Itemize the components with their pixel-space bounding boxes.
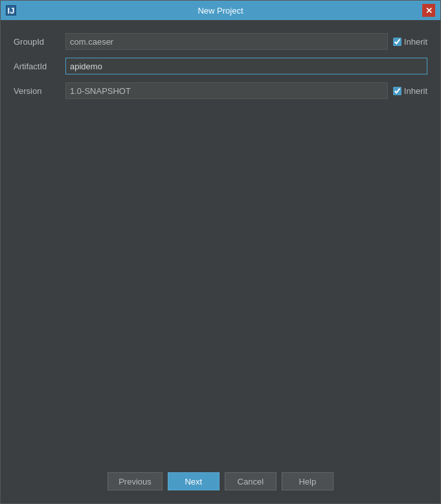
cancel-button[interactable]: Cancel xyxy=(225,472,277,490)
version-row: Version Inherit xyxy=(14,82,427,99)
group-id-inherit: Inherit xyxy=(393,37,427,47)
group-id-label: GroupId xyxy=(14,37,65,47)
footer: Previous Next Cancel Help xyxy=(1,466,440,503)
group-id-inherit-label: Inherit xyxy=(404,37,427,47)
version-label: Version xyxy=(14,86,65,96)
title-bar: IJ New Project ✕ xyxy=(1,1,440,20)
version-inherit: Inherit xyxy=(393,86,427,96)
group-id-inherit-checkbox[interactable] xyxy=(393,38,401,46)
content-spacer xyxy=(14,107,427,459)
version-inherit-label: Inherit xyxy=(404,86,427,96)
title-bar-controls: ✕ xyxy=(422,4,435,17)
previous-button[interactable]: Previous xyxy=(107,472,163,490)
close-icon: ✕ xyxy=(425,6,433,16)
app-icon: IJ xyxy=(6,5,16,16)
version-inherit-checkbox[interactable] xyxy=(393,87,401,95)
artifact-id-row: ArtifactId xyxy=(14,58,427,74)
window-title: New Project xyxy=(198,6,243,16)
close-button[interactable]: ✕ xyxy=(422,4,435,17)
group-id-input[interactable] xyxy=(65,33,388,50)
help-button[interactable]: Help xyxy=(282,472,334,490)
artifact-id-input[interactable] xyxy=(65,58,427,74)
group-id-row: GroupId Inherit xyxy=(14,33,427,50)
content-area: GroupId Inherit ArtifactId Version Inher… xyxy=(1,20,440,466)
main-window: IJ New Project ✕ GroupId Inherit Artifac… xyxy=(0,0,441,504)
next-button[interactable]: Next xyxy=(168,472,220,490)
artifact-id-label: ArtifactId xyxy=(14,62,65,71)
version-input[interactable] xyxy=(65,82,388,99)
